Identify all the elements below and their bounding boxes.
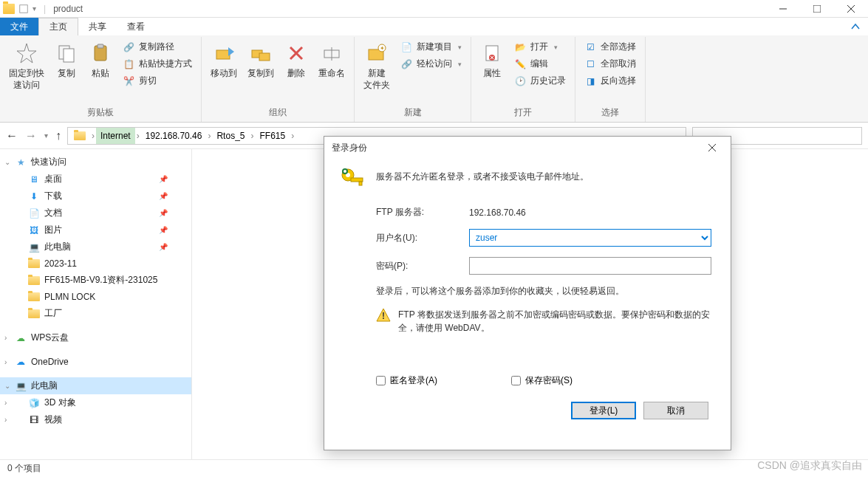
dialog-message: 服务器不允许匿名登录，或者不接受该电子邮件地址。 [376,166,589,183]
tab-share[interactable]: 共享 [78,18,117,35]
sidebar-item-folder[interactable]: FF615-MB-V9.1资料-231025 [0,272,191,289]
new-item-button[interactable]: 📄新建项目▾ [396,38,466,55]
chevron-right-icon[interactable]: › [290,131,295,141]
username-input[interactable]: zuser [469,229,711,247]
svg-text:!: ! [382,311,385,321]
ribbon-group-clipboard: 固定到快 速访问 复制 粘贴 🔗复制路径 📋粘贴快捷方式 ✂️剪切 剪贴板 [0,37,202,122]
folder-icon [28,291,40,303]
sidebar-item-pictures[interactable]: 🖼图片📌 [0,222,191,238]
sidebar-item-3d[interactable]: ›🧊3D 对象 [0,394,191,411]
cut-button[interactable]: ✂️剪切 [118,72,197,89]
edit-button[interactable]: ✏️编辑 [510,55,570,72]
pc-icon: 💻 [15,380,27,392]
copy-button[interactable]: 复制 [50,38,83,83]
dialog-title: 登录身份 [332,142,367,154]
desktop-icon: 🖥 [28,174,40,185]
back-button[interactable]: ← [6,129,18,143]
chevron-right-icon[interactable]: › [249,131,255,141]
sidebar-item-folder[interactable]: 2023-11 [0,255,191,272]
onedrive-icon: ☁ [15,356,27,368]
paste-icon [89,41,112,65]
chevron-right-icon[interactable]: › [135,131,141,141]
breadcrumb-root-icon[interactable] [69,128,90,144]
folder-icon [3,4,15,14]
sidebar-item-thispc[interactable]: 💻此电脑📌 [0,238,191,255]
login-button[interactable]: 登录(L) [571,402,636,419]
properties-icon [480,41,504,65]
pin-icon: 📌 [159,175,185,183]
open-button[interactable]: 📂打开▾ [510,38,570,55]
video-icon: 🎞 [28,414,40,426]
sidebar-onedrive[interactable]: ›☁OneDrive [0,354,191,370]
sidebar-item-videos[interactable]: ›🎞视频 [0,411,191,428]
pin-quick-access-button[interactable]: 固定到快 速访问 [4,38,49,94]
svg-rect-9 [98,44,103,48]
forward-button[interactable]: → [25,129,37,143]
breadcrumb-item[interactable]: Internet [96,128,135,144]
easy-access-button[interactable]: 🔗轻松访问▾ [396,55,466,72]
move-to-button[interactable]: 移动到 [206,38,242,83]
status-bar: 0 个项目 [0,459,868,477]
breadcrumb-item[interactable]: Rtos_5 [212,128,249,144]
dialog-close-button[interactable] [701,137,723,159]
sidebar-quick-access[interactable]: ⌄★快速访问 [0,154,191,171]
sidebar-item-folder[interactable]: 工厂 [0,305,191,322]
new-folder-icon: ✦ [365,41,389,65]
history-button[interactable]: 🕑历史记录 [510,72,570,89]
up-button[interactable]: ↑ [55,129,61,143]
tab-file[interactable]: 文件 [0,18,38,35]
qat-icon[interactable] [18,3,30,15]
chevron-right-icon[interactable]: › [206,131,212,141]
status-item-count: 0 个项目 [7,462,41,475]
svg-rect-10 [216,50,230,59]
tab-home[interactable]: 主页 [38,18,78,35]
invert-selection-button[interactable]: ◨反向选择 [580,72,640,89]
delete-button[interactable]: 删除 [280,38,312,83]
svg-rect-2 [813,5,821,13]
maximize-button[interactable] [800,0,834,18]
paste-button[interactable]: 粘贴 [84,38,117,83]
save-password-checkbox[interactable]: 保存密码(S) [511,374,573,387]
group-label-organize: 组织 [206,105,349,120]
ribbon-collapse-button[interactable] [843,18,868,35]
cancel-button[interactable]: 取消 [643,402,708,419]
sidebar-item-documents[interactable]: 📄文档📌 [0,205,191,222]
chevron-right-icon[interactable]: › [90,131,96,141]
star-icon: ★ [15,157,27,168]
document-icon: 📄 [28,207,40,219]
sidebar-item-downloads[interactable]: ⬇下载📌 [0,188,191,205]
download-icon: ⬇ [28,191,40,202]
anonymous-checkbox[interactable]: 匿名登录(A) [376,374,437,387]
properties-button[interactable]: 属性 [476,38,508,83]
rename-button[interactable]: 重命名 [314,38,349,83]
breadcrumb-item[interactable]: FF615 [255,128,290,144]
svg-rect-0 [20,4,28,13]
close-button[interactable] [834,0,868,18]
sidebar-item-desktop[interactable]: 🖥桌面📌 [0,171,191,188]
copy-icon [55,41,78,65]
sidebar-wps[interactable]: ›☁WPS云盘 [0,329,191,346]
tab-view[interactable]: 查看 [117,18,155,35]
recent-locations-button[interactable]: ▾ [44,131,48,140]
delete-icon [284,41,308,65]
breadcrumb-item[interactable]: 192.168.70.46 [141,128,207,144]
password-label: 密码(P): [376,260,469,272]
new-folder-button[interactable]: ✦新建 文件夹 [359,38,394,94]
minimize-button[interactable] [766,0,800,18]
select-none-button[interactable]: ☐全部取消 [580,55,640,72]
ribbon-group-select: ☑全部选择 ☐全部取消 ◨反向选择 选择 [575,37,646,122]
pictures-icon: 🖼 [28,224,40,236]
password-input[interactable] [469,257,711,275]
copy-to-button[interactable]: 复制到 [243,38,278,83]
select-all-button[interactable]: ☑全部选择 [580,38,640,55]
new-item-icon: 📄 [400,41,412,53]
close-icon [708,144,716,151]
pin-icon: 📌 [159,192,185,200]
edit-icon: ✏️ [514,58,526,70]
sidebar-thispc-root[interactable]: ⌄💻此电脑 [0,377,191,394]
sidebar-item-folder[interactable]: PLMN LOCK [0,289,191,305]
qat-dropdown-icon[interactable]: ▾ [33,4,36,13]
select-none-icon: ☐ [584,58,596,70]
paste-shortcut-button[interactable]: 📋粘贴快捷方式 [118,55,197,72]
copy-path-button[interactable]: 🔗复制路径 [118,38,197,55]
